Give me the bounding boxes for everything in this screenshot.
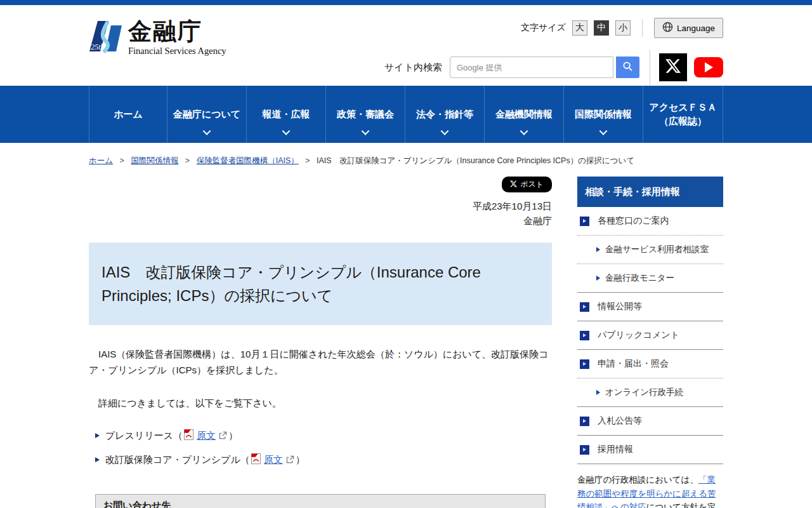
sidebar-item-public-comment[interactable]: パブリックコメント — [577, 321, 723, 350]
chevron-down-icon — [599, 127, 608, 135]
article-paragraph: IAIS（保険監督者国際機構）は、10月１日に開催された年次総会（於：ソウル）に… — [89, 347, 552, 378]
divider — [650, 50, 650, 85]
page-title: IAIS 改訂版保険コア・プリンシプル（Insurance Core Princ… — [102, 260, 539, 307]
nav-item-international[interactable]: 国際関係情報 — [563, 86, 643, 143]
divider — [642, 19, 643, 37]
sidebar-item-information-disclosure[interactable]: 情報公開等 — [577, 293, 723, 321]
triangle-bullet-icon — [596, 390, 600, 395]
fsa-logo-mark-icon: 25th — [89, 19, 124, 60]
contact-box: お問い合わせ先 金融庁 Tel 03-3506-6000（代表） — [95, 494, 546, 508]
global-navigation: ホーム 金融庁について 報道・広報 政策・審議会 法令・指針等 金融機関情報 国… — [0, 86, 812, 143]
search-button[interactable] — [616, 57, 639, 78]
article-paragraph: 詳細につきましては、以下をご覧下さい。 — [89, 396, 552, 411]
globe-icon — [662, 22, 673, 34]
triangle-square-icon — [580, 445, 589, 455]
x-icon — [665, 58, 681, 76]
triangle-square-icon — [580, 302, 589, 312]
sidebar-item-windows-guide[interactable]: 各種窓口のご案内 — [577, 207, 723, 236]
chevron-down-icon — [203, 127, 211, 135]
triangle-bullet-icon — [596, 276, 600, 281]
external-link-icon — [219, 431, 227, 441]
sidebar-item-administration-monitor[interactable]: 金融行政モニター — [577, 264, 723, 293]
breadcrumb-current: IAIS 改訂版保険コア・プリンシプル（Insurance Core Princ… — [317, 156, 634, 165]
breadcrumb-link-home[interactable]: ホーム — [89, 156, 113, 165]
triangle-bullet-icon — [95, 433, 100, 438]
sidebar-item-recruitment[interactable]: 採用情報 — [577, 436, 723, 464]
breadcrumb-separator: > — [305, 156, 310, 165]
nav-item-about[interactable]: 金融庁について — [167, 86, 246, 143]
nav-item-institutions[interactable]: 金融機関情報 — [484, 86, 563, 143]
original-text-link[interactable]: 原文 — [197, 430, 216, 442]
youtube-social-button[interactable] — [694, 57, 723, 77]
breadcrumb: ホーム > 国際関係情報 > 保険監督者国際機構（IAIS） > IAIS 改訂… — [89, 156, 723, 166]
pdf-icon — [251, 453, 261, 466]
font-size-small-button[interactable]: 小 — [615, 20, 631, 36]
triangle-square-icon — [580, 217, 589, 226]
chevron-down-icon — [362, 127, 370, 135]
external-link-icon — [286, 455, 294, 465]
site-search-label: サイト内検索 — [384, 62, 442, 74]
list-item-press-release: プレスリリース（ 原文 ） — [95, 429, 552, 442]
sidebar-item-consumer-consultation[interactable]: 金融サービス利用者相談室 — [577, 236, 723, 264]
original-text-link[interactable]: 原文 — [264, 454, 283, 466]
sidebar-item-online-procedures[interactable]: オンライン行政手続 — [577, 378, 723, 407]
triangle-square-icon — [580, 331, 589, 340]
logo-subtitle: Financial Services Agency — [128, 46, 226, 57]
chevron-down-icon — [520, 127, 528, 135]
triangle-bullet-icon — [95, 457, 100, 462]
breadcrumb-link-international[interactable]: 国際関係情報 — [131, 156, 178, 165]
pdf-icon — [184, 429, 193, 442]
chevron-down-icon — [282, 127, 291, 135]
x-post-button[interactable]: ポスト — [502, 177, 552, 192]
language-label: Language — [677, 23, 715, 33]
sidebar-item-applications[interactable]: 申請・届出・照会 — [577, 350, 723, 378]
sidebar: 相談・手続・採用情報 各種窓口のご案内 金融サービス利用者相談室 金融行政モニタ… — [577, 177, 723, 508]
youtube-icon — [705, 62, 713, 72]
chevron-down-icon — [441, 127, 449, 135]
svg-text:25th: 25th — [91, 43, 104, 51]
top-accent-bar — [0, 0, 812, 5]
triangle-square-icon — [580, 359, 589, 369]
nav-item-access-fsa[interactable]: アクセスＦＳＡ （広報誌） — [643, 86, 723, 143]
triangle-bullet-icon — [596, 247, 600, 252]
site-search-input[interactable] — [450, 57, 613, 78]
x-icon — [510, 180, 517, 189]
article-author: 金融庁 — [89, 213, 552, 228]
article-title-box: IAIS 改訂版保険コア・プリンシプル（Insurance Core Princ… — [89, 243, 552, 325]
article: ポスト 平成23年10月13日 金融庁 IAIS 改訂版保険コア・プリンシプル（… — [89, 177, 552, 508]
sidebar-note: 金融庁の行政相談においては、「業務の範囲や程度を明らかに超える苦情相談」への対応… — [577, 473, 723, 508]
sidebar-heading: 相談・手続・採用情報 — [577, 177, 723, 207]
article-date: 平成23年10月13日 — [89, 199, 552, 213]
nav-item-policy[interactable]: 政策・審議会 — [325, 86, 405, 143]
logo-title: 金融庁 — [128, 19, 226, 45]
breadcrumb-separator: > — [185, 156, 190, 165]
site-header: 25th 金融庁 Financial Services Agency 文字サイズ… — [0, 5, 812, 86]
x-post-label: ポスト — [520, 179, 544, 190]
font-size-medium-button[interactable]: 中 — [594, 20, 609, 36]
x-social-button[interactable] — [659, 53, 687, 81]
list-item-revised-icps: 改訂版保険コア・プリンシプル（ 原文 ） — [95, 453, 552, 466]
nav-item-press[interactable]: 報道・広報 — [246, 86, 325, 143]
breadcrumb-link-iais[interactable]: 保険監督者国際機構（IAIS） — [197, 156, 299, 165]
search-icon — [622, 61, 633, 74]
nav-item-home[interactable]: ホーム — [89, 86, 167, 143]
nav-item-laws[interactable]: 法令・指針等 — [405, 86, 484, 143]
triangle-square-icon — [580, 417, 589, 426]
font-size-large-button[interactable]: 大 — [572, 20, 587, 36]
breadcrumb-separator: > — [120, 156, 124, 165]
fsa-logo[interactable]: 25th 金融庁 Financial Services Agency — [89, 19, 226, 60]
sidebar-item-bid-announcements[interactable]: 入札公告等 — [577, 407, 723, 436]
font-size-label: 文字サイズ — [521, 22, 566, 34]
contact-heading: お問い合わせ先 — [96, 495, 545, 508]
language-button[interactable]: Language — [654, 18, 723, 38]
